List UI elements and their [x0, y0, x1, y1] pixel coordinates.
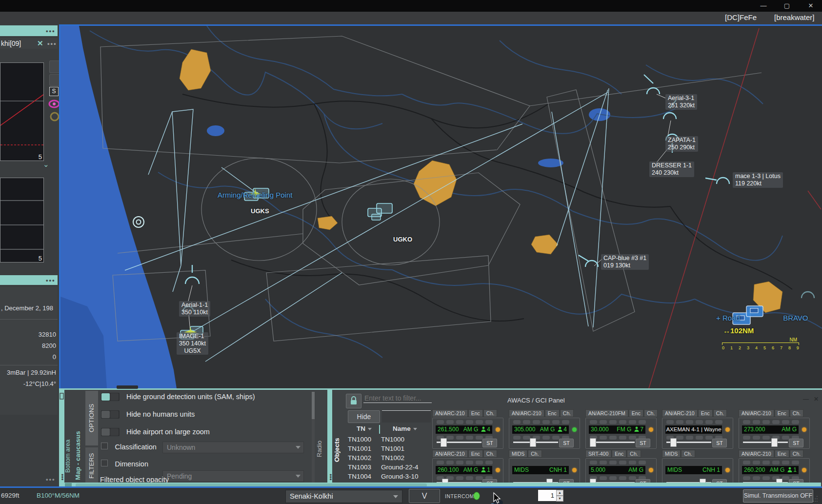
- radio-tab[interactable]: Ch.: [790, 409, 803, 417]
- column-divider[interactable]: [379, 425, 380, 434]
- preset-key[interactable]: [676, 436, 683, 440]
- sim-transmission-button[interactable]: Simul. Transmission OFF: [743, 489, 813, 503]
- preset-key[interactable]: [456, 476, 463, 480]
- preset-key[interactable]: [762, 436, 770, 440]
- preset-key[interactable]: [762, 476, 770, 480]
- preset-key[interactable]: [513, 420, 521, 424]
- volume-handle[interactable]: [441, 438, 447, 447]
- objects-filter-input[interactable]: [363, 394, 432, 403]
- preset-key[interactable]: [696, 420, 703, 424]
- table-row[interactable]: TN1002TN1002: [346, 454, 432, 464]
- resize-grip[interactable]: . .....: [813, 494, 818, 501]
- preset-key[interactable]: [743, 461, 750, 464]
- preset-key[interactable]: [629, 476, 636, 480]
- tab-objects[interactable]: Objects: [333, 415, 341, 462]
- awacs-minimize-icon[interactable]: —: [803, 396, 809, 403]
- radio-tab[interactable]: Ch.: [483, 409, 497, 417]
- preset-key[interactable]: [639, 420, 646, 424]
- track-label-image-1[interactable]: IMAGE-1 350 140kt UG5X: [177, 332, 208, 355]
- s-button[interactable]: S: [49, 87, 59, 96]
- volume-handle[interactable]: [590, 438, 596, 447]
- preset-key[interactable]: [772, 420, 780, 424]
- lock-button[interactable]: [346, 394, 361, 408]
- preset-key[interactable]: [782, 461, 789, 464]
- radio-tab[interactable]: Ch.: [644, 409, 658, 417]
- toggle-switch[interactable]: [101, 428, 120, 436]
- ring-icon[interactable]: [49, 111, 60, 122]
- preset-key[interactable]: [619, 420, 626, 424]
- tab-bottom-area[interactable]: Bottom area: [64, 404, 71, 473]
- close-icon[interactable]: ✕: [804, 2, 817, 10]
- preset-key[interactable]: [753, 476, 760, 480]
- preset-key[interactable]: [533, 420, 540, 424]
- table-row[interactable]: TN1003Ground-22-4: [346, 464, 432, 473]
- radio-volume-slider[interactable]: [437, 442, 481, 443]
- objects-handle[interactable]: •••: [327, 390, 332, 486]
- dimension-checkbox[interactable]: [101, 460, 108, 466]
- radio-volume-slider[interactable]: [590, 442, 635, 443]
- preset-key[interactable]: [456, 420, 463, 424]
- track-label-mace-1-3[interactable]: mace 1-3 | Lotus 119 220kt: [733, 172, 783, 188]
- preset-key[interactable]: [476, 461, 483, 464]
- st-button[interactable]: ST: [712, 439, 727, 447]
- preset-key[interactable]: [456, 436, 463, 440]
- radio-tab[interactable]: SRT-400: [585, 450, 611, 458]
- airfield-name-ugko[interactable]: UGKO: [393, 236, 412, 243]
- preset-key[interactable]: [600, 420, 607, 424]
- radio-tab[interactable]: Ch.: [713, 409, 727, 417]
- preset-key[interactable]: [466, 436, 473, 440]
- preset-key[interactable]: [782, 476, 789, 480]
- preset-key[interactable]: [552, 420, 560, 424]
- preset-key[interactable]: [446, 461, 454, 464]
- st-button[interactable]: ST: [559, 439, 574, 447]
- preset-key[interactable]: [552, 436, 560, 440]
- preset-key[interactable]: [609, 436, 617, 440]
- tab-options[interactable]: OPTIONS: [85, 391, 98, 445]
- radio-tab[interactable]: AN/ARC-210: [662, 409, 698, 417]
- classification-checkbox[interactable]: [101, 443, 108, 449]
- volume-handle[interactable]: [530, 438, 536, 447]
- preset-key[interactable]: [629, 420, 636, 424]
- preset-key[interactable]: [446, 420, 454, 424]
- chevron-down-icon[interactable]: ⌄: [43, 160, 49, 169]
- preset-key[interactable]: [686, 436, 693, 440]
- radio-volume-slider[interactable]: [513, 442, 558, 443]
- preset-key[interactable]: [485, 420, 493, 424]
- radio-tab[interactable]: Ch.: [627, 450, 641, 458]
- track-label-cap-blue[interactable]: CAP-blue #3 #1 019 130kt: [601, 254, 649, 270]
- panel-menu-icon[interactable]: •••: [47, 40, 57, 47]
- bullseye-symbol[interactable]: [133, 217, 144, 227]
- radio-tab[interactable]: MIDS: [509, 450, 527, 458]
- radio-tab[interactable]: MIDS: [662, 450, 681, 458]
- radio-tab[interactable]: AN/ARC-210: [432, 450, 468, 458]
- menu-item-server[interactable]: [breakwater]: [774, 13, 815, 21]
- preset-key[interactable]: [600, 436, 607, 440]
- sidebar-bottom-menu-icon[interactable]: •••: [46, 476, 56, 483]
- tactical-map[interactable]: Aerial-3-1 251 320kt ZAPATA-1 250 290kt …: [59, 24, 822, 388]
- radio-tab[interactable]: Enc: [545, 409, 560, 417]
- radio-tab[interactable]: AN/ARC-210FM: [585, 409, 628, 417]
- preset-key[interactable]: [542, 436, 550, 440]
- preset-key[interactable]: [705, 436, 713, 440]
- column-header-name[interactable]: Name: [393, 425, 417, 432]
- divider-menu-icon[interactable]: •••: [46, 277, 56, 284]
- eye-icon[interactable]: [48, 99, 60, 109]
- volume-handle[interactable]: [670, 438, 677, 447]
- arming-point-label[interactable]: Arming/Refueling Point: [218, 191, 292, 199]
- preset-key[interactable]: [743, 436, 750, 440]
- radio-tab[interactable]: Enc: [468, 450, 483, 458]
- table-row[interactable]: TN1004Ground-3-10: [346, 473, 432, 482]
- options-scrollbar[interactable]: [312, 392, 315, 483]
- classification-dropdown[interactable]: Unknown: [162, 442, 304, 453]
- preset-key[interactable]: [792, 420, 799, 424]
- volume-handle[interactable]: [771, 438, 778, 447]
- scrollbar-thumb[interactable]: [312, 392, 315, 419]
- track-label-dresser-1-1[interactable]: DRESSER 1-1 240 230kt: [649, 161, 694, 177]
- handle-menu-icon[interactable]: •••: [327, 474, 335, 481]
- preset-key[interactable]: [753, 461, 760, 464]
- panel-drag-notch[interactable]: [117, 385, 138, 389]
- preset-key[interactable]: [562, 420, 569, 424]
- preset-key[interactable]: [485, 461, 493, 464]
- spinner-up-icon[interactable]: ▲: [556, 490, 563, 496]
- preset-key[interactable]: [590, 461, 597, 464]
